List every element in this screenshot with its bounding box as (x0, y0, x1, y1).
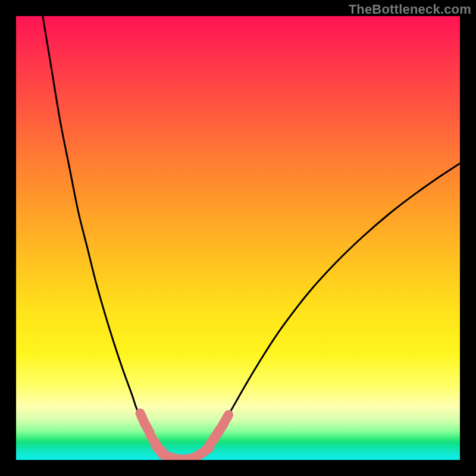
data-marker (223, 415, 228, 425)
markers-group (140, 413, 229, 460)
chart-stage: TheBottleneck.com (0, 0, 476, 476)
plot-area (16, 16, 460, 460)
chart-overlay (16, 16, 460, 460)
watermark-text: TheBottleneck.com (349, 2, 471, 17)
bottleneck-curve (43, 16, 460, 459)
